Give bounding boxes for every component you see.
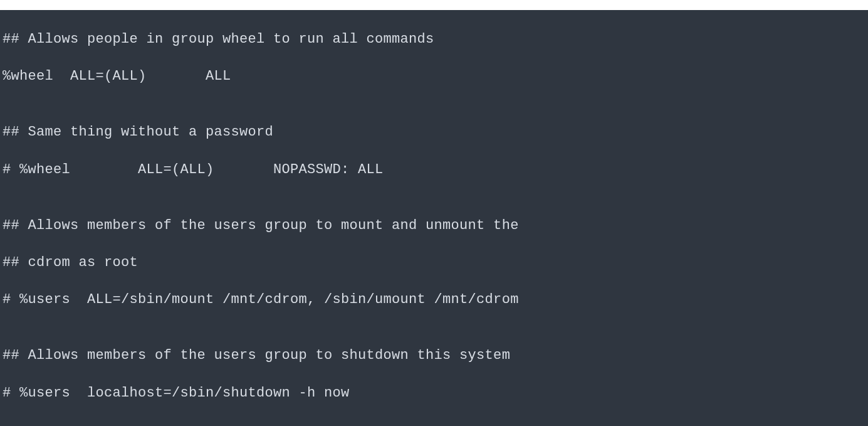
sudoers-line: # %wheel ALL=(ALL) NOPASSWD: ALL: [3, 161, 865, 179]
sudoers-line: ## Allows people in group wheel to run a…: [3, 30, 865, 49]
sudoers-line: ## Allows members of the users group to …: [3, 216, 865, 235]
sudoers-line: %wheel ALL=(ALL) ALL: [3, 67, 865, 86]
sudoers-line: # %users localhost=/sbin/shutdown -h now: [3, 384, 865, 403]
terminal-window[interactable]: ## Allows people in group wheel to run a…: [0, 10, 868, 426]
sudoers-line: ## cdrom as root: [3, 253, 865, 272]
sudoers-line: ## Same thing without a password: [3, 123, 865, 142]
sudoers-line: ## Allows members of the users group to …: [3, 346, 865, 365]
sudoers-line: # %users ALL=/sbin/mount /mnt/cdrom, /sb…: [3, 290, 865, 309]
